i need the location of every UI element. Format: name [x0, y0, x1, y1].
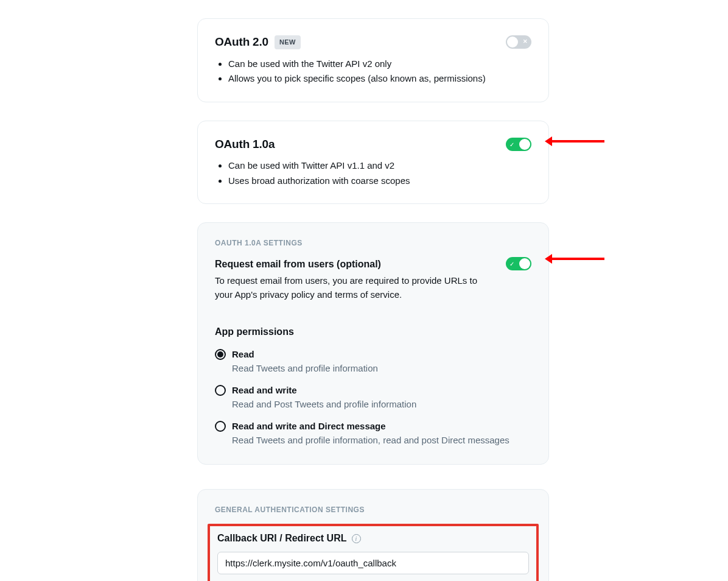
- oauth1-bullets: Can be used with Twitter API v1.1 and v2…: [215, 159, 531, 188]
- permission-desc: Read Tweets and profile information, rea…: [232, 434, 509, 448]
- oauth1-settings-card: OAUTH 1.0A SETTINGS Request email from u…: [197, 222, 549, 465]
- oauth1-settings-label: OAUTH 1.0A SETTINGS: [215, 238, 531, 248]
- radio-read[interactable]: [215, 349, 226, 360]
- permission-option-read-write[interactable]: Read and write Read and Post Tweets and …: [215, 384, 531, 411]
- permission-desc: Read Tweets and profile information: [232, 362, 378, 376]
- arrow-annotation-1: [550, 140, 604, 143]
- info-icon[interactable]: i: [352, 534, 361, 543]
- general-auth-label: GENERAL AUTHENTICATION SETTINGS: [215, 504, 531, 515]
- oauth1-bullet-1: Uses broad authorization with coarse sco…: [228, 174, 531, 188]
- toggle-on-icon: ✓: [509, 139, 514, 149]
- permission-desc: Read and Post Tweets and profile informa…: [232, 398, 416, 412]
- oauth1-card: OAuth 1.0a ✓ Can be used with Twitter AP…: [197, 121, 549, 205]
- permission-label: Read and write and Direct message: [232, 420, 509, 434]
- request-email-desc: To request email from users, you are req…: [215, 274, 495, 301]
- oauth1-title: OAuth 1.0a: [215, 136, 275, 153]
- oauth2-title: OAuth 2.0: [215, 33, 268, 51]
- oauth2-bullet-0: Can be used with the Twitter API v2 only: [228, 57, 531, 71]
- arrow-annotation-2: [550, 258, 604, 260]
- oauth2-toggle[interactable]: ✕: [506, 35, 531, 49]
- callback-highlight-box: Callback URI / Redirect URL i + Add anot…: [208, 524, 539, 581]
- permission-option-read-write-dm[interactable]: Read and write and Direct message Read T…: [215, 420, 531, 447]
- oauth2-bullet-1: Allows you to pick specific scopes (also…: [228, 72, 531, 86]
- radio-read-write[interactable]: [215, 385, 226, 396]
- request-email-title: Request email from users (optional): [215, 257, 506, 272]
- app-permissions-title: App permissions: [215, 325, 531, 339]
- oauth2-card: OAuth 2.0 NEW ✕ Can be used with the Twi…: [197, 18, 549, 102]
- toggle-on-icon: ✓: [509, 259, 514, 269]
- permission-label: Read and write: [232, 384, 416, 398]
- oauth1-bullet-0: Can be used with Twitter API v1.1 and v2: [228, 159, 531, 173]
- callback-url-input[interactable]: [217, 552, 529, 574]
- permission-label: Read: [232, 348, 378, 362]
- oauth2-bullets: Can be used with the Twitter API v2 only…: [215, 57, 531, 86]
- callback-title: Callback URI / Redirect URL: [217, 531, 347, 546]
- radio-read-write-dm[interactable]: [215, 421, 226, 432]
- toggle-off-icon: ✕: [523, 38, 528, 47]
- oauth1-toggle[interactable]: ✓: [506, 138, 531, 151]
- new-badge: NEW: [275, 35, 301, 49]
- general-auth-card: GENERAL AUTHENTICATION SETTINGS Callback…: [197, 489, 549, 581]
- permission-option-read[interactable]: Read Read Tweets and profile information: [215, 348, 531, 375]
- request-email-toggle[interactable]: ✓: [506, 257, 531, 270]
